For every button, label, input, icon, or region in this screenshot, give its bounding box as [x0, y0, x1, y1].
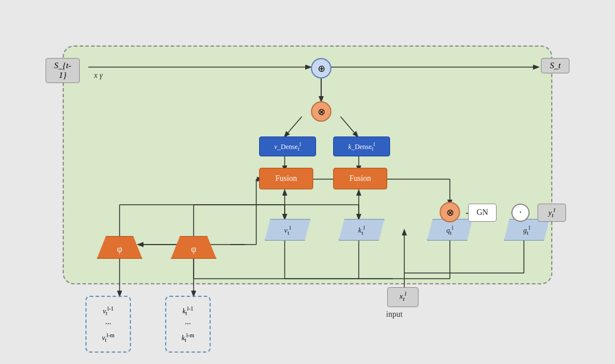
dot-operator: ·: [511, 204, 530, 222]
g-t-para: gtl: [504, 219, 550, 241]
v-dense-box: v_Densetl: [259, 136, 316, 156]
v-t-para: vtl: [265, 219, 310, 241]
mul-operator-1: ⊗: [311, 101, 331, 122]
input-label: input: [386, 310, 403, 319]
x-t-box: xtl: [387, 287, 419, 307]
v-prev-group: vtl-1 ··· vtl-m: [85, 296, 131, 353]
s-t-minus-1-label: S_{t-1}: [46, 58, 80, 83]
gn-box: GN: [468, 204, 497, 222]
x-gamma-label: x γ: [94, 71, 102, 80]
fusion-box-2: Fusion: [333, 168, 387, 189]
add-operator: ⊕: [311, 58, 331, 78]
k-prev-group: ktl-1 ··· ktl-m: [165, 296, 211, 353]
mul-operator-2: ⊗: [440, 202, 460, 222]
y-t-box: ytl: [538, 204, 566, 222]
fusion-box-1: Fusion: [259, 168, 313, 189]
diagram-container: S_{t-1} S_t x γ ⊕ ⊗ v_Densetl k_Densetl …: [28, 17, 587, 347]
s-t-label: S_t: [541, 58, 569, 73]
k-dense-box: k_Densetl: [333, 136, 390, 156]
k-t-para: ktl: [339, 219, 384, 241]
